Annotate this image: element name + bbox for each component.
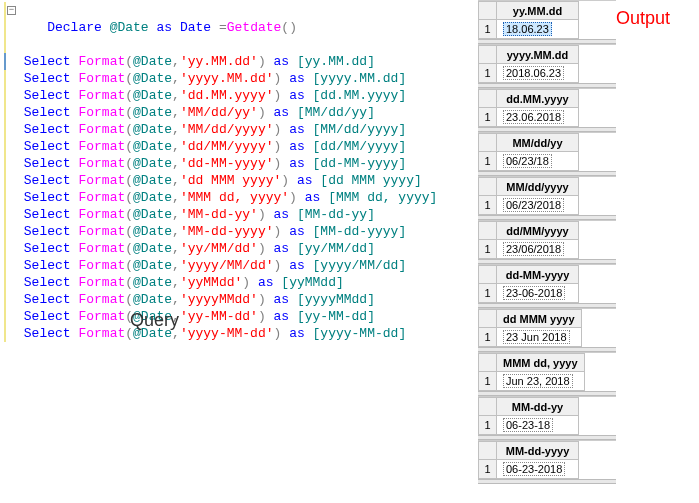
row-header[interactable]: 1 xyxy=(479,64,497,83)
result-grid[interactable]: MM/dd/yy106/23/18 xyxy=(478,132,616,171)
code-line: Select Format(@Date,'yyyy/MM/dd') as [yy… xyxy=(2,257,475,274)
grid-corner[interactable] xyxy=(479,442,497,460)
result-cell[interactable]: 06/23/18 xyxy=(497,152,579,171)
code-line: Select Format(@Date,'MM/dd/yy') as [MM/d… xyxy=(2,104,475,121)
sql-editor[interactable]: −Declare @Date as Date =Getdate() Select… xyxy=(0,0,475,344)
grid-corner[interactable] xyxy=(479,222,497,240)
row-header[interactable]: 1 xyxy=(479,196,497,215)
result-cell[interactable]: 06-23-2018 xyxy=(497,460,579,479)
code-line: Select Format(@Date,'MM/dd/yyyy') as [MM… xyxy=(2,121,475,138)
column-header[interactable]: dd MMM yyyy xyxy=(497,310,582,328)
grid-corner[interactable] xyxy=(479,2,497,20)
column-header[interactable]: MM/dd/yyyy xyxy=(497,178,579,196)
grid-corner[interactable] xyxy=(479,178,497,196)
column-header[interactable]: yy.MM.dd xyxy=(497,2,579,20)
grid-corner[interactable] xyxy=(479,90,497,108)
code-line: Select Format(@Date,'yy/MM/dd') as [yy/M… xyxy=(2,240,475,257)
code-line: Select Format(@Date,'dd/MM/yyyy') as [dd… xyxy=(2,138,475,155)
result-grid[interactable]: yy.MM.dd118.06.23 xyxy=(478,0,616,39)
grid-corner[interactable] xyxy=(479,266,497,284)
result-grid[interactable]: MM-dd-yy106-23-18 xyxy=(478,396,616,435)
column-header[interactable]: dd.MM.yyyy xyxy=(497,90,579,108)
code-line: Select Format(@Date,'MMM dd, yyyy') as [… xyxy=(2,189,475,206)
result-grid[interactable]: yyyy.MM.dd12018.06.23 xyxy=(478,44,616,83)
result-cell[interactable]: 2018.06.23 xyxy=(497,64,579,83)
row-header[interactable]: 1 xyxy=(479,416,497,435)
grid-corner[interactable] xyxy=(479,354,497,372)
column-header[interactable]: MMM dd, yyyy xyxy=(497,354,585,372)
column-header[interactable]: yyyy.MM.dd xyxy=(497,46,579,64)
column-header[interactable]: dd/MM/yyyy xyxy=(497,222,579,240)
result-cell[interactable]: 23-06-2018 xyxy=(497,284,579,303)
code-line: Select Format(@Date,'dd-MM-yyyy') as [dd… xyxy=(2,155,475,172)
result-grid[interactable]: MMM dd, yyyy1Jun 23, 2018 xyxy=(478,352,616,391)
result-cell[interactable]: 06/23/2018 xyxy=(497,196,579,215)
query-label: Query xyxy=(130,310,179,331)
result-cell[interactable]: Jun 23, 2018 xyxy=(497,372,585,391)
result-grid[interactable]: dd-MM-yyyy123-06-2018 xyxy=(478,264,616,303)
result-cell[interactable]: 18.06.23 xyxy=(497,20,579,39)
code-line: Select Format(@Date,'yy-MM-dd') as [yy-M… xyxy=(2,308,475,325)
grid-corner[interactable] xyxy=(479,46,497,64)
code-line: Select Format(@Date,'yyMMdd') as [yyMMdd… xyxy=(2,274,475,291)
code-line: Select Format(@Date,'yy.MM.dd') as [yy.M… xyxy=(2,53,475,70)
code-line: Select Format(@Date,'MM-dd-yyyy') as [MM… xyxy=(2,223,475,240)
row-header[interactable]: 1 xyxy=(479,240,497,259)
row-header[interactable]: 1 xyxy=(479,108,497,127)
result-cell[interactable]: 23.06.2018 xyxy=(497,108,579,127)
code-line: Select Format(@Date,'dd MMM yyyy') as [d… xyxy=(2,172,475,189)
column-header[interactable]: MM-dd-yyyy xyxy=(497,442,579,460)
grid-corner[interactable] xyxy=(479,310,497,328)
grid-splitter[interactable] xyxy=(478,479,616,484)
grid-corner[interactable] xyxy=(479,134,497,152)
column-header[interactable]: dd-MM-yyyy xyxy=(497,266,579,284)
code-line: Select Format(@Date,'yyyyMMdd') as [yyyy… xyxy=(2,291,475,308)
results-pane: yy.MM.dd118.06.23yyyy.MM.dd12018.06.23dd… xyxy=(478,0,616,484)
result-grid[interactable]: dd.MM.yyyy123.06.2018 xyxy=(478,88,616,127)
code-line: Select Format(@Date,'yyyy.MM.dd') as [yy… xyxy=(2,70,475,87)
result-cell[interactable]: 06-23-18 xyxy=(497,416,579,435)
row-header[interactable]: 1 xyxy=(479,20,497,39)
row-header[interactable]: 1 xyxy=(479,328,497,347)
row-header[interactable]: 1 xyxy=(479,152,497,171)
code-line: Select Format(@Date,'MM-dd-yy') as [MM-d… xyxy=(2,206,475,223)
column-header[interactable]: MM/dd/yy xyxy=(497,134,579,152)
row-header[interactable]: 1 xyxy=(479,372,497,391)
row-header[interactable]: 1 xyxy=(479,460,497,479)
result-grid[interactable]: MM/dd/yyyy106/23/2018 xyxy=(478,176,616,215)
code-line: −Declare @Date as Date =Getdate() xyxy=(2,2,475,53)
row-header[interactable]: 1 xyxy=(479,284,497,303)
column-header[interactable]: MM-dd-yy xyxy=(497,398,579,416)
code-line: Select Format(@Date,'dd.MM.yyyy') as [dd… xyxy=(2,87,475,104)
result-cell[interactable]: 23/06/2018 xyxy=(497,240,579,259)
code-line: Select Format(@Date,'yyyy-MM-dd') as [yy… xyxy=(2,325,475,342)
result-grid[interactable]: dd MMM yyyy123 Jun 2018 xyxy=(478,308,616,347)
result-cell[interactable]: 23 Jun 2018 xyxy=(497,328,582,347)
output-label: Output xyxy=(616,8,670,29)
result-grid[interactable]: MM-dd-yyyy106-23-2018 xyxy=(478,440,616,479)
fold-toggle-icon[interactable]: − xyxy=(7,6,16,15)
result-grid[interactable]: dd/MM/yyyy123/06/2018 xyxy=(478,220,616,259)
grid-corner[interactable] xyxy=(479,398,497,416)
